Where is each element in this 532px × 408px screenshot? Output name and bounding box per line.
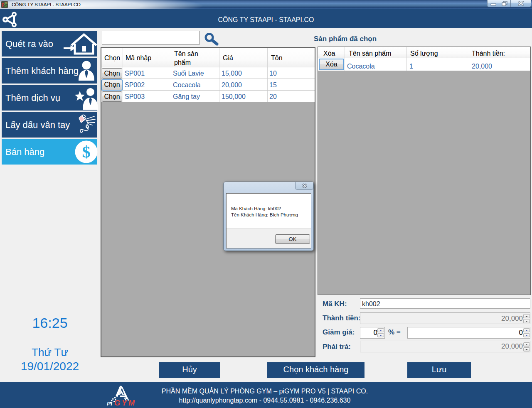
svg-text:PI: PI bbox=[107, 401, 112, 407]
svg-text:HR: HR bbox=[5, 2, 8, 4]
svg-text:$: $ bbox=[82, 143, 91, 161]
svg-text:GYM: GYM bbox=[114, 399, 136, 407]
